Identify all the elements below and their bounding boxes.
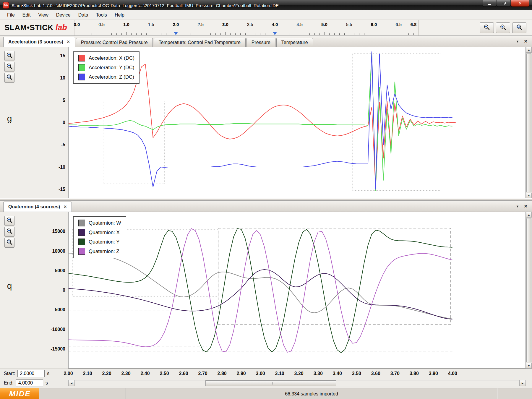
acceleration-vertical-scrollbar[interactable]: ▲ ▼ (526, 47, 532, 198)
legend-swatch (78, 229, 85, 236)
ruler-tick-mark (220, 33, 221, 35)
horizontal-scrollbar[interactable]: ◄ ► (68, 380, 526, 386)
accel-zoom-in-button[interactable] (4, 51, 14, 61)
menu-view[interactable]: View (34, 11, 52, 19)
legend-item: Acceleration: Y (DC) (78, 64, 134, 71)
ruler-tick-label: 6.8 (411, 22, 417, 27)
restore-button[interactable] (497, 0, 510, 7)
ruler-tick-mark (196, 33, 196, 35)
tab-list-dropdown-icon[interactable]: ▼ (516, 205, 519, 208)
scrollbar-track[interactable] (526, 53, 532, 193)
scroll-up-button[interactable]: ▲ (526, 47, 532, 53)
scroll-down-button[interactable]: ▼ (526, 193, 532, 198)
y-tick-label: 0 (63, 120, 65, 125)
menu-data[interactable]: Data (74, 11, 92, 19)
menu-tools[interactable]: Tools (92, 11, 111, 19)
ruler-tick-mark (186, 33, 186, 35)
tab-acceleration-3-sources[interactable]: Acceleration (3 sources)✕ (3, 37, 75, 47)
accel-zoom-out-button[interactable] (4, 62, 14, 72)
zoom-out-time-button[interactable] (480, 22, 494, 33)
quat-zoom-fit-button[interactable] (4, 238, 14, 248)
ruler-tick-label: 4.0 (272, 22, 278, 27)
ruler-tick-mark (146, 33, 147, 35)
x-axis-tick-label: 2.90 (237, 371, 246, 376)
zoom-fit-time-button[interactable] (512, 22, 526, 33)
tab-pressure-control-pad-pressure[interactable]: Pressure: Control Pad Pressure (76, 38, 153, 47)
top-tab-bar: Acceleration (3 sources)✕Pressure: Contr… (0, 36, 532, 47)
scroll-up-button[interactable]: ▲ (526, 212, 532, 218)
selection-region (353, 53, 441, 191)
x-axis-tick-label: 3.30 (314, 371, 323, 376)
quat-zoom-in-button[interactable] (4, 216, 14, 226)
scroll-down-button[interactable]: ▼ (526, 363, 532, 369)
close-pane-icon[interactable]: ✕ (524, 204, 528, 209)
x-axis-tick-label: 3.20 (294, 371, 304, 376)
minimize-button[interactable] (483, 0, 496, 7)
accel-zoom-fit-button[interactable] (4, 73, 14, 83)
ruler-tick-mark (210, 33, 211, 35)
scrollbar-track[interactable] (75, 380, 519, 386)
tab-close-icon[interactable]: ✕ (67, 40, 70, 44)
quaternion-plot[interactable]: Quaternion: WQuaternion: XQuaternion: YQ… (68, 212, 526, 369)
ruler-tick-mark (408, 33, 409, 35)
ruler-tick-mark (235, 33, 236, 35)
ruler-tick-label: 2.0 (173, 22, 179, 27)
tab-temperature[interactable]: Temperature (276, 38, 313, 47)
zoom-in-time-button[interactable] (496, 22, 510, 33)
scrollbar-thumb[interactable] (526, 53, 531, 192)
ruler-tick-mark (131, 33, 132, 35)
close-button[interactable]: ✕ (511, 0, 529, 7)
ruler-tick-mark (121, 33, 122, 35)
x-axis-tick-label: 2.30 (121, 371, 130, 376)
start-time-input[interactable] (17, 370, 45, 377)
menu-file[interactable]: File (3, 11, 19, 19)
legend-label: Acceleration: Z (DC) (89, 74, 134, 80)
tab-label: Pressure: Control Pad Pressure (81, 40, 148, 45)
scrollbar-track[interactable] (526, 218, 532, 363)
tab-quaternion-4-sources[interactable]: Quaternion (4 sources)✕ (3, 202, 72, 212)
end-unit-label: s (46, 380, 48, 386)
quat-zoom-out-button[interactable] (4, 227, 14, 237)
tab-label: Temperature: Control Pad Temperature (159, 40, 241, 45)
ruler-tick-mark (102, 32, 102, 35)
ruler-range-marker[interactable] (273, 32, 277, 35)
start-label: Start: (4, 371, 15, 376)
ruler-tick-mark (364, 33, 364, 35)
acceleration-plot[interactable]: Acceleration: X (DC)Acceleration: Y (DC)… (68, 47, 526, 198)
menu-device[interactable]: Device (52, 11, 74, 19)
x-axis-tick-label: 2.00 (64, 371, 73, 376)
scrollbar-thumb[interactable] (205, 380, 336, 386)
quaternion-panel: q 150001000050000-5000-10000-15000 Quate… (0, 212, 532, 369)
quaternion-vertical-scrollbar[interactable]: ▲ ▼ (526, 212, 532, 369)
scrollbar-row: End: s ◄ ► (0, 378, 532, 388)
legend-item: Acceleration: Z (DC) (78, 74, 134, 80)
scroll-up-icon: ▲ (528, 48, 530, 51)
ruler-tick-mark (334, 33, 335, 35)
tab-close-icon[interactable]: ✕ (64, 205, 67, 209)
status-message: 66,334 samples imported (126, 388, 497, 399)
scroll-right-button[interactable]: ► (519, 380, 525, 386)
menu-help[interactable]: Help (111, 11, 128, 19)
status-section (39, 388, 126, 399)
legend-item: Quaternion: Y (78, 239, 121, 245)
tab-list-dropdown-icon[interactable]: ▼ (516, 40, 519, 43)
ruler-tick-mark (374, 32, 374, 35)
tab-temperature-control-pad-temperature[interactable]: Temperature: Control Pad Temperature (154, 38, 246, 47)
menu-edit[interactable]: Edit (19, 11, 35, 19)
ruler-range-marker[interactable] (174, 32, 178, 35)
ruler-tick-mark (389, 33, 389, 35)
ruler-tick-mark (260, 33, 260, 35)
ruler-tick-mark (156, 33, 156, 35)
series-quaternion-y (69, 228, 452, 353)
end-time-input[interactable] (16, 379, 43, 387)
tab-pressure[interactable]: Pressure (246, 38, 275, 47)
ruler-tick-mark (191, 33, 191, 35)
application-window: lab Slam•Stick Lab 1.7.0 - \\MIDE2007\Pr… (0, 0, 532, 399)
ruler-tick-mark (77, 32, 77, 35)
y-tick-label: 5000 (55, 268, 65, 273)
close-pane-icon[interactable]: ✕ (524, 39, 528, 44)
scrollbar-thumb[interactable] (526, 218, 531, 362)
timeline-ruler[interactable]: 0.00.51.01.52.02.53.03.54.04.55.05.56.06… (74, 20, 419, 35)
scroll-left-button[interactable]: ◄ (69, 380, 75, 386)
quaternion-y-axis: 150001000050000-5000-10000-15000 (19, 212, 68, 369)
